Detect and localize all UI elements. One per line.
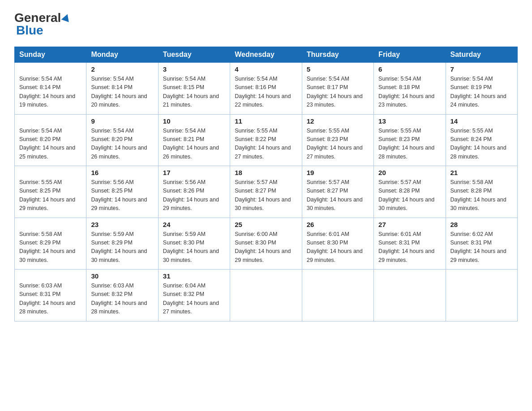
day-info: Sunrise: 5:55 AM Sunset: 8:24 PM Dayligh… — [450, 127, 513, 162]
weekday-header-wednesday: Wednesday — [230, 47, 302, 63]
day-info: Sunrise: 6:01 AM Sunset: 8:30 PM Dayligh… — [307, 230, 369, 265]
calendar-cell: 10 Sunrise: 5:54 AM Sunset: 8:21 PM Dayl… — [158, 114, 230, 166]
calendar-cell: 6 Sunrise: 5:54 AM Sunset: 8:18 PM Dayli… — [374, 63, 446, 115]
calendar-cell: 20 Sunrise: 5:57 AM Sunset: 8:28 PM Dayl… — [374, 166, 446, 218]
calendar-cell — [302, 270, 373, 321]
day-info: Sunrise: 5:57 AM Sunset: 8:28 PM Dayligh… — [378, 178, 441, 213]
day-number: 13 — [378, 117, 441, 125]
day-info: Sunrise: 5:54 AM Sunset: 8:16 PM Dayligh… — [235, 75, 297, 110]
day-info: Sunrise: 5:54 AM Sunset: 8:14 PM Dayligh… — [91, 75, 153, 110]
day-info: Sunrise: 5:57 AM Sunset: 8:27 PM Dayligh… — [235, 178, 297, 213]
weekday-header-friday: Friday — [374, 47, 446, 63]
day-number: 9 — [91, 117, 153, 125]
day-number: 22 — [19, 221, 82, 228]
day-number: 25 — [235, 221, 297, 228]
day-info: Sunrise: 5:54 AM Sunset: 8:20 PM Dayligh… — [91, 127, 153, 162]
day-info: Sunrise: 5:54 AM Sunset: 8:15 PM Dayligh… — [163, 75, 225, 110]
week-row-3: 15 Sunrise: 5:55 AM Sunset: 8:25 PM Dayl… — [15, 166, 518, 218]
day-number: 1 — [19, 65, 82, 73]
day-number: 19 — [307, 169, 369, 176]
calendar-cell: 12 Sunrise: 5:55 AM Sunset: 8:23 PM Dayl… — [302, 114, 373, 166]
day-info: Sunrise: 5:55 AM Sunset: 8:25 PM Dayligh… — [19, 178, 82, 213]
calendar-cell — [374, 270, 446, 321]
calendar-cell: 25 Sunrise: 6:00 AM Sunset: 8:30 PM Dayl… — [230, 218, 302, 270]
calendar-cell: 5 Sunrise: 5:54 AM Sunset: 8:17 PM Dayli… — [302, 63, 373, 115]
day-number: 26 — [307, 221, 369, 228]
day-number: 21 — [450, 169, 513, 176]
day-number: 24 — [163, 221, 225, 228]
day-info: Sunrise: 6:00 AM Sunset: 8:30 PM Dayligh… — [235, 230, 297, 265]
calendar-cell: 16 Sunrise: 5:56 AM Sunset: 8:25 PM Dayl… — [86, 166, 158, 218]
weekday-header-row: SundayMondayTuesdayWednesdayThursdayFrid… — [15, 47, 518, 63]
calendar-cell: 29 Sunrise: 6:03 AM Sunset: 8:31 PM Dayl… — [15, 270, 86, 321]
day-number: 11 — [235, 117, 297, 125]
calendar-cell: 11 Sunrise: 5:55 AM Sunset: 8:22 PM Dayl… — [230, 114, 302, 166]
day-number: 30 — [91, 272, 153, 280]
calendar-cell: 19 Sunrise: 5:57 AM Sunset: 8:27 PM Dayl… — [302, 166, 373, 218]
weekday-header-monday: Monday — [86, 47, 158, 63]
calendar-cell: 13 Sunrise: 5:55 AM Sunset: 8:23 PM Dayl… — [374, 114, 446, 166]
day-number: 23 — [91, 221, 153, 228]
calendar-cell: 2 Sunrise: 5:54 AM Sunset: 8:14 PM Dayli… — [86, 63, 158, 115]
day-info: Sunrise: 6:01 AM Sunset: 8:31 PM Dayligh… — [378, 230, 441, 265]
day-number: 17 — [163, 169, 225, 176]
day-info: Sunrise: 5:55 AM Sunset: 8:22 PM Dayligh… — [235, 127, 297, 162]
day-number: 12 — [307, 117, 369, 125]
page-header: General Blue — [14, 11, 518, 38]
calendar-cell: 17 Sunrise: 5:56 AM Sunset: 8:26 PM Dayl… — [158, 166, 230, 218]
logo-blue-text: Blue — [16, 23, 43, 38]
day-info: Sunrise: 5:55 AM Sunset: 8:23 PM Dayligh… — [378, 127, 441, 162]
weekday-header-tuesday: Tuesday — [158, 47, 230, 63]
day-info: Sunrise: 5:58 AM Sunset: 8:29 PM Dayligh… — [19, 230, 82, 265]
week-row-5: 29 Sunrise: 6:03 AM Sunset: 8:31 PM Dayl… — [15, 270, 518, 321]
day-info: Sunrise: 6:04 AM Sunset: 8:32 PM Dayligh… — [163, 282, 225, 317]
calendar-cell — [446, 270, 517, 321]
calendar-cell: 14 Sunrise: 5:55 AM Sunset: 8:24 PM Dayl… — [446, 114, 517, 166]
calendar-cell: 4 Sunrise: 5:54 AM Sunset: 8:16 PM Dayli… — [230, 63, 302, 115]
calendar-cell: 9 Sunrise: 5:54 AM Sunset: 8:20 PM Dayli… — [86, 114, 158, 166]
day-info: Sunrise: 5:54 AM Sunset: 8:20 PM Dayligh… — [19, 127, 82, 162]
day-number: 28 — [450, 221, 513, 228]
week-row-1: 1 Sunrise: 5:54 AM Sunset: 8:14 PM Dayli… — [15, 63, 518, 115]
day-number: 16 — [91, 169, 153, 176]
day-number: 6 — [378, 65, 441, 73]
logo: General Blue — [14, 11, 70, 38]
day-number: 4 — [235, 65, 297, 73]
calendar-cell: 26 Sunrise: 6:01 AM Sunset: 8:30 PM Dayl… — [302, 218, 373, 270]
day-number: 27 — [378, 221, 441, 228]
day-number: 20 — [378, 169, 441, 176]
week-row-4: 22 Sunrise: 5:58 AM Sunset: 8:29 PM Dayl… — [15, 218, 518, 270]
calendar-cell: 3 Sunrise: 5:54 AM Sunset: 8:15 PM Dayli… — [158, 63, 230, 115]
day-info: Sunrise: 6:02 AM Sunset: 8:31 PM Dayligh… — [450, 230, 513, 265]
calendar-cell: 28 Sunrise: 6:02 AM Sunset: 8:31 PM Dayl… — [446, 218, 517, 270]
weekday-header-sunday: Sunday — [15, 47, 86, 63]
day-number: 29 — [19, 272, 82, 280]
day-info: Sunrise: 5:58 AM Sunset: 8:28 PM Dayligh… — [450, 178, 513, 213]
day-info: Sunrise: 5:54 AM Sunset: 8:17 PM Dayligh… — [307, 75, 369, 110]
day-info: Sunrise: 5:56 AM Sunset: 8:26 PM Dayligh… — [163, 178, 225, 213]
day-info: Sunrise: 5:54 AM Sunset: 8:19 PM Dayligh… — [450, 75, 513, 110]
day-number: 15 — [19, 169, 82, 176]
day-number: 2 — [91, 65, 153, 73]
day-number: 31 — [163, 272, 225, 280]
calendar-cell: 22 Sunrise: 5:58 AM Sunset: 8:29 PM Dayl… — [15, 218, 86, 270]
week-row-2: 8 Sunrise: 5:54 AM Sunset: 8:20 PM Dayli… — [15, 114, 518, 166]
day-number: 5 — [307, 65, 369, 73]
logo-triangle-icon — [61, 13, 71, 22]
day-info: Sunrise: 5:57 AM Sunset: 8:27 PM Dayligh… — [307, 178, 369, 213]
day-number: 10 — [163, 117, 225, 125]
day-info: Sunrise: 5:59 AM Sunset: 8:29 PM Dayligh… — [91, 230, 153, 265]
weekday-header-thursday: Thursday — [302, 47, 373, 63]
weekday-header-saturday: Saturday — [446, 47, 517, 63]
calendar-table: SundayMondayTuesdayWednesdayThursdayFrid… — [14, 47, 518, 321]
day-number: 7 — [450, 65, 513, 73]
calendar-cell: 8 Sunrise: 5:54 AM Sunset: 8:20 PM Dayli… — [15, 114, 86, 166]
calendar-cell: 27 Sunrise: 6:01 AM Sunset: 8:31 PM Dayl… — [374, 218, 446, 270]
day-number: 8 — [19, 117, 82, 125]
calendar-cell: 21 Sunrise: 5:58 AM Sunset: 8:28 PM Dayl… — [446, 166, 517, 218]
calendar-cell: 30 Sunrise: 6:03 AM Sunset: 8:32 PM Dayl… — [86, 270, 158, 321]
calendar-cell: 7 Sunrise: 5:54 AM Sunset: 8:19 PM Dayli… — [446, 63, 517, 115]
day-info: Sunrise: 5:54 AM Sunset: 8:18 PM Dayligh… — [378, 75, 441, 110]
calendar-cell: 15 Sunrise: 5:55 AM Sunset: 8:25 PM Dayl… — [15, 166, 86, 218]
calendar-cell — [230, 270, 302, 321]
